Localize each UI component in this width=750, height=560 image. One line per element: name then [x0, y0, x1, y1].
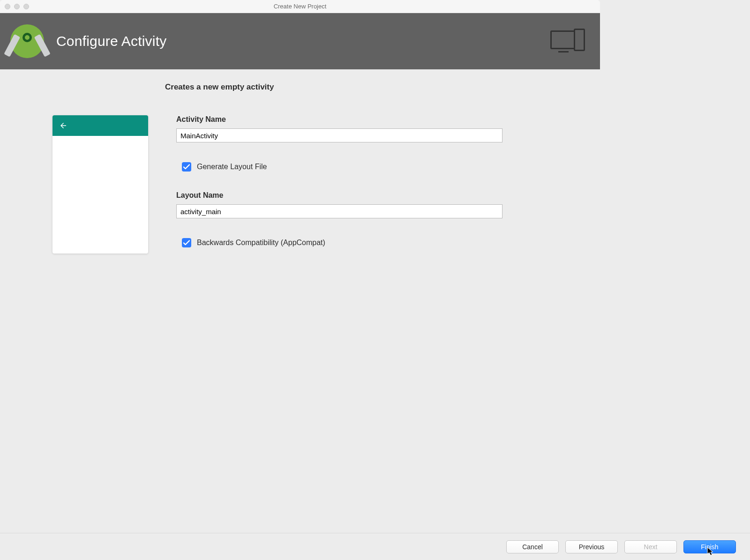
wizard-content: Creates a new empty activity Activity Na… [0, 69, 600, 448]
wizard-banner: Configure Activity [0, 13, 600, 69]
page-subtitle: Creates a new empty activity [165, 82, 600, 92]
checkmark-icon [183, 239, 190, 246]
window-titlebar: Create New Project [0, 0, 600, 13]
activity-name-input[interactable] [176, 128, 502, 142]
android-studio-logo-icon [10, 24, 44, 58]
activity-preview [52, 115, 148, 254]
preview-appbar [52, 115, 148, 136]
activity-name-label: Activity Name [176, 115, 600, 124]
generate-layout-checkbox[interactable] [182, 162, 191, 172]
backcompat-row[interactable]: Backwards Compatibility (AppCompat) [182, 238, 600, 247]
device-preview-icon [550, 29, 588, 54]
generate-layout-label: Generate Layout File [197, 163, 267, 171]
layout-name-label: Layout Name [176, 191, 600, 200]
window-title: Create New Project [0, 3, 600, 10]
checkmark-icon [183, 163, 190, 171]
traffic-close-icon[interactable] [5, 4, 10, 9]
layout-name-input[interactable] [176, 204, 502, 218]
backcompat-label: Backwards Compatibility (AppCompat) [197, 239, 325, 247]
generate-layout-row[interactable]: Generate Layout File [182, 162, 600, 172]
activity-form: Activity Name Generate Layout File Layou… [176, 115, 600, 254]
window-traffic-lights [5, 4, 29, 9]
banner-heading: Configure Activity [56, 33, 166, 49]
backcompat-checkbox[interactable] [182, 238, 191, 247]
back-arrow-icon [59, 121, 68, 130]
traffic-zoom-icon[interactable] [23, 4, 29, 9]
traffic-minimize-icon[interactable] [14, 4, 20, 9]
